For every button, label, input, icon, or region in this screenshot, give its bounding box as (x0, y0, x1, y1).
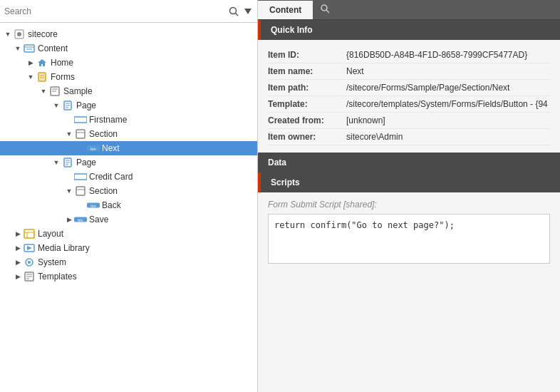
expander-templates[interactable] (13, 273, 23, 280)
svg-marker-39 (27, 246, 32, 250)
tree-node-medialibrary: Media Library (0, 241, 257, 255)
tree-row-content[interactable]: Content (0, 41, 257, 56)
svg-marker-2 (244, 9, 252, 14)
tree-node-creditcard: Credit Card (0, 170, 257, 184)
tree-row-section2[interactable]: Section (0, 184, 257, 198)
info-row-itemname: Item name: Next (268, 63, 550, 80)
label-back: Back (102, 200, 121, 210)
tree-row-system[interactable]: System (0, 255, 257, 269)
tree-row-home[interactable]: Home (0, 56, 257, 70)
svg-point-4 (17, 32, 21, 36)
tree-row-next[interactable]: btn Next (0, 141, 257, 155)
tree-row-medialibrary[interactable]: Media Library (0, 241, 257, 255)
svg-text:btn: btn (90, 204, 95, 208)
tree-row-firstname[interactable]: Firstname (0, 113, 257, 127)
tree-node-system: System (0, 255, 257, 269)
icon-content (23, 43, 36, 54)
search-button[interactable] (227, 5, 240, 18)
label-creditcard: Credit Card (89, 172, 133, 182)
label-next: Next (102, 143, 120, 153)
label-system: System (38, 257, 66, 267)
tree-row-templates[interactable]: Templates (0, 269, 257, 284)
expander-page2[interactable] (51, 159, 61, 166)
tree-row-sample[interactable]: Sample (0, 84, 257, 98)
info-row-itemowner: Item owner: sitecore\Admin (268, 129, 550, 145)
tree-row-layout[interactable]: Layout (0, 227, 257, 241)
tree-row-section1[interactable]: Section (0, 127, 257, 141)
script-value: return confirm("Go to next page?"); (274, 220, 455, 230)
label-layout: Layout (38, 229, 63, 239)
value-itemname: Next (346, 66, 364, 76)
expander-sitecore[interactable] (3, 31, 13, 38)
icon-section2 (74, 185, 87, 197)
value-itemowner: sitecore\Admin (346, 132, 403, 142)
expander-page1[interactable] (51, 102, 61, 109)
scripts-section: Form Submit Script [shared]: return conf… (258, 192, 560, 271)
svg-rect-29 (76, 187, 85, 195)
dropdown-button[interactable] (243, 4, 253, 18)
label-sitecore: sitecore (28, 29, 58, 39)
value-template: /sitecore/templates/System/Forms/Fields/… (346, 99, 548, 109)
label-page1: Page (76, 100, 96, 110)
icon-medialibrary (23, 242, 36, 254)
tree-row-sitecore[interactable]: sitecore (0, 27, 257, 41)
icon-forms (36, 71, 48, 83)
label-template: Template: (268, 99, 346, 109)
expander-layout[interactable] (13, 230, 23, 237)
tree-node-section1: Section btn (0, 127, 257, 155)
icon-sitecore (13, 29, 26, 40)
icon-page1 (61, 100, 74, 111)
tree-row-page1[interactable]: Page (0, 98, 257, 113)
tree-node-back: btn Back (0, 198, 257, 212)
value-itempath: /sitecore/Forms/Sample/Page/Section/Next (346, 83, 509, 93)
icon-sample (48, 86, 61, 97)
label-section2: Section (89, 186, 118, 196)
svg-line-47 (326, 10, 329, 13)
scripts-header: Scripts (258, 172, 560, 192)
tree-node-section2: Section btn (0, 184, 257, 212)
info-table: Item ID: {816DB50D-A84B-4F1D-8658-7999CF… (258, 40, 560, 153)
svg-text:btn: btn (78, 218, 83, 222)
expander-section2[interactable] (64, 187, 74, 195)
tree-row-creditcard[interactable]: Credit Card (0, 170, 257, 184)
tree-row-back[interactable]: btn Back (0, 198, 257, 212)
info-row-createdfrom: Created from: [unknown] (268, 113, 550, 129)
icon-templates (23, 271, 36, 282)
expander-content[interactable] (13, 45, 23, 52)
icon-save: btn (74, 214, 87, 225)
icon-back: btn (87, 200, 100, 211)
value-itemid: {816DB50D-A84B-4F1D-8658-7999CF5477AD} (346, 50, 527, 60)
expander-forms[interactable] (26, 73, 36, 81)
svg-text:btn: btn (90, 147, 95, 151)
expander-medialibrary[interactable] (13, 244, 23, 252)
info-row-itempath: Item path: /sitecore/Forms/Sample/Page/S… (268, 80, 550, 96)
label-createdfrom: Created from: (268, 115, 346, 125)
expander-home[interactable] (26, 59, 36, 66)
data-header: Data (258, 153, 560, 172)
tree-node-page2: Page Credit Card (0, 155, 257, 227)
label-itemname: Item name: (268, 66, 346, 76)
search-bar (0, 0, 257, 23)
tree-row-forms[interactable]: Forms (0, 70, 257, 84)
tree-row-page2[interactable]: Page (0, 155, 257, 170)
expander-sample[interactable] (38, 88, 48, 95)
expander-system[interactable] (13, 259, 23, 266)
script-shared-label: [shared]: (343, 200, 377, 210)
expander-section1[interactable] (64, 130, 74, 138)
tree-node-content: Content Home (0, 41, 257, 227)
value-createdfrom: [unknown] (346, 115, 385, 125)
label-save: Save (89, 215, 108, 225)
tab-content[interactable]: Content (258, 1, 313, 19)
label-content: Content (38, 43, 68, 53)
search-input[interactable] (4, 6, 224, 16)
script-editor[interactable]: return confirm("Go to next page?"); (268, 214, 550, 264)
tab-search-button[interactable] (313, 0, 337, 19)
svg-rect-28 (74, 174, 87, 180)
icon-page2 (61, 157, 74, 168)
svg-point-0 (230, 7, 237, 14)
expander-save[interactable] (64, 216, 74, 223)
tree-row-save[interactable]: btn Save (0, 212, 257, 227)
script-form-label: Form Submit Script (268, 200, 341, 210)
label-page2: Page (76, 158, 96, 167)
left-panel: sitecore Content (0, 0, 258, 392)
